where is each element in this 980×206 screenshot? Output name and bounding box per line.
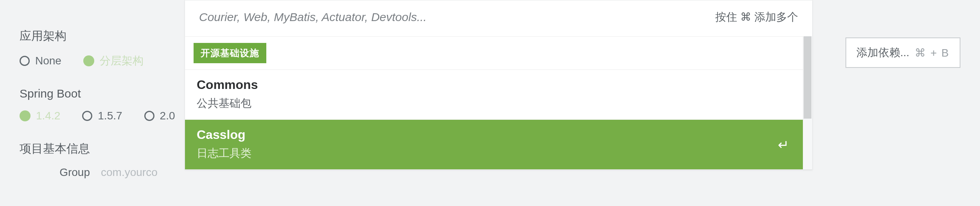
radio-label: 分层架构 bbox=[100, 53, 144, 68]
radio-icon-filled bbox=[20, 110, 31, 121]
radio-label: None bbox=[35, 55, 61, 67]
radio-label: 2.0 bbox=[160, 110, 175, 122]
section-title-springboot: Spring Boot bbox=[20, 87, 168, 100]
dropdown-item-casslog[interactable]: Casslog 日志工具类 ↵ bbox=[185, 120, 812, 169]
radio-sb-20[interactable]: 2.0 bbox=[144, 110, 175, 122]
add-button-label: 添加依赖... bbox=[856, 45, 909, 60]
radio-sb-142[interactable]: 1.4.2 bbox=[20, 110, 60, 122]
radio-label: 1.4.2 bbox=[36, 110, 60, 122]
radio-icon bbox=[144, 111, 154, 121]
add-dependency-button[interactable]: 添加依赖... ⌘ + B bbox=[845, 37, 960, 68]
section-spring-boot: Spring Boot 1.4.2 1.5.7 2.0 bbox=[20, 87, 168, 122]
search-hint: 按住 ⌘ 添加多个 bbox=[715, 10, 798, 25]
dropdown-group-header: 开源基础设施 bbox=[185, 36, 812, 70]
radio-label: 1.5.7 bbox=[98, 110, 122, 122]
section-title-arch: 应用架构 bbox=[20, 28, 168, 44]
radio-icon bbox=[20, 56, 30, 66]
item-title: Commons bbox=[197, 78, 801, 92]
section-project-info: 项目基本信息 Group com.yourco bbox=[20, 141, 168, 179]
item-desc: 日志工具类 bbox=[197, 146, 801, 161]
section-title-projectinfo: 项目基本信息 bbox=[20, 141, 168, 157]
radio-icon bbox=[82, 111, 92, 121]
radio-sb-157[interactable]: 1.5.7 bbox=[82, 110, 122, 122]
group-label: Group bbox=[20, 166, 90, 179]
item-title: Casslog bbox=[197, 128, 801, 142]
radio-arch-none[interactable]: None bbox=[20, 55, 61, 67]
enter-icon: ↵ bbox=[778, 137, 789, 153]
search-input[interactable]: Courier, Web, MyBatis, Actuator, Devtool… bbox=[199, 11, 427, 24]
radio-icon-filled bbox=[83, 55, 94, 66]
dropdown-scroll-area: 开源基础设施 Commons 公共基础包 Casslog 日志工具类 ↵ bbox=[185, 36, 812, 169]
dropdown-item-commons[interactable]: Commons 公共基础包 bbox=[185, 70, 812, 120]
group-value: com.yourco bbox=[101, 166, 158, 179]
group-field[interactable]: Group com.yourco bbox=[20, 166, 168, 179]
section-app-arch: 应用架构 None 分层架构 bbox=[20, 28, 168, 68]
add-button-shortcut: ⌘ + B bbox=[915, 46, 949, 59]
radio-arch-layered[interactable]: 分层架构 bbox=[83, 53, 144, 68]
scrollbar-thumb[interactable] bbox=[804, 36, 811, 119]
item-desc: 公共基础包 bbox=[197, 96, 801, 111]
group-badge: 开源基础设施 bbox=[194, 43, 266, 63]
dependency-dropdown: Courier, Web, MyBatis, Actuator, Devtool… bbox=[185, 0, 813, 170]
scrollbar[interactable] bbox=[803, 36, 812, 169]
